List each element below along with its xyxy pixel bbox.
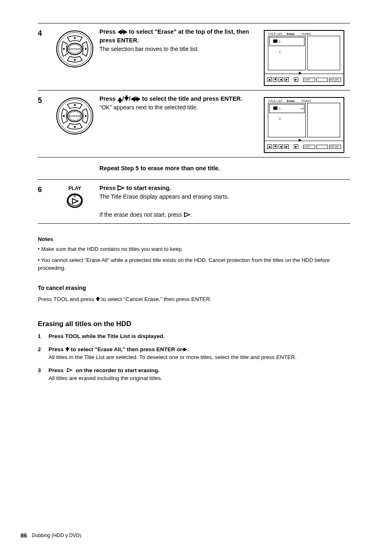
tv-item: 1: [279, 107, 281, 110]
repeat-text: Repeat Step 5 to erase more than one tit…: [99, 164, 260, 173]
page-number: 86: [21, 532, 27, 539]
arrow-left-icon: [118, 30, 122, 35]
text: Press TOOL and press: [38, 296, 96, 302]
tv-ok: OK: [300, 107, 304, 110]
notes-heading: Notes: [38, 235, 350, 243]
text: .: [191, 211, 193, 218]
tv-screen: TITLE LIST Erase Protect 1 2: [264, 30, 344, 86]
tv-title: TITLE LIST: [268, 100, 283, 102]
step-5: 5 ENTER Press /// to select the title an: [38, 90, 350, 157]
note-item: • You cannot select "Erase All" while a …: [38, 257, 350, 272]
text: .: [187, 346, 189, 352]
svg-point-19: [68, 195, 81, 206]
mini-step-2: 2 Press to select "Erase All," then pres…: [38, 345, 350, 361]
footer-text: Dubbing (HDD y DVD): [32, 533, 81, 538]
text: Press: [99, 185, 118, 191]
mini-sub: All titles in the Title List are selecte…: [48, 353, 350, 361]
notes-section: Notes • Make sure that the HDD contains …: [38, 224, 350, 382]
svg-text:ENTER: ENTER: [69, 114, 80, 118]
mini-num: 1: [38, 332, 48, 341]
tv-protect: Protect: [302, 32, 311, 35]
repeat-note: Repeat Step 5 to erase more than one tit…: [38, 158, 350, 179]
text: If the erase does not start, press: [99, 211, 184, 218]
play-label: PLAY: [69, 185, 81, 191]
step-number: 5: [38, 95, 50, 105]
tv-bottom-bar: SORT RETURN: [265, 141, 344, 152]
tv-item: 1: [279, 40, 281, 43]
mini-num: 2: [38, 345, 48, 361]
step-5-tv: TITLE LIST Erase Protect 1 OK 2: [264, 95, 350, 153]
step-4-tv: TITLE LIST Erase Protect 1 2: [264, 28, 350, 86]
text: Press: [48, 367, 65, 373]
mini-step-3: 3 Press on the recorder to start erasing…: [38, 366, 350, 382]
erase-all-heading: Erasing all titles on the HDD: [38, 319, 350, 329]
step-4-icon: ENTER: [50, 28, 99, 69]
arrow-down-icon: [124, 97, 129, 101]
play-button-icon: [65, 192, 85, 209]
tv-title: TITLE LIST: [268, 32, 283, 35]
arrow-up-icon: [118, 97, 122, 101]
step-4: 4 ENTER Press / to select "Erase" at the: [38, 23, 350, 90]
tv-item: 2: [279, 50, 281, 53]
arrow-down-icon: [65, 348, 69, 352]
dpad-enter-icon: ENTER: [55, 29, 95, 69]
play-icon: [118, 185, 125, 191]
arrow-right-icon: [123, 30, 127, 35]
step-6-body: Press to start erasing. The Title Erase …: [99, 184, 264, 219]
mini-sub: All titles are erased including the orig…: [48, 374, 350, 382]
text: Press: [48, 346, 65, 352]
mini-step-1: 1 Press TOOL while the Title List is dis…: [38, 332, 350, 341]
play-icon: [184, 212, 191, 218]
step-4-sub: The selection bar moves to the title lis…: [99, 45, 260, 53]
tv-protect: Protect: [302, 100, 311, 102]
step-4-body: Press / to select "Erase" at the top of …: [99, 28, 264, 53]
text: Press: [99, 95, 118, 102]
svg-text:ENTER: ENTER: [69, 47, 80, 51]
arrow-left-icon: [131, 97, 135, 102]
text: to select "Erase All," then press ENTER …: [69, 346, 184, 352]
play-icon: [67, 368, 73, 373]
step-number: 4: [38, 28, 50, 38]
tv-item: 2: [279, 117, 281, 120]
tv-erase: Erase: [287, 32, 295, 35]
step-6-sub: The Title Erase display appears and eras…: [99, 192, 260, 201]
arrow-down-icon: [96, 298, 100, 301]
text: Press: [99, 28, 118, 35]
mini-text: Press TOOL while the Title List is displ…: [48, 333, 165, 339]
tv-erase: Erase: [287, 100, 295, 102]
text: to select the title and press ENTER.: [141, 95, 242, 102]
tv-bottom-bar: SORT RETURN: [265, 74, 344, 85]
mini-num: 3: [38, 366, 48, 382]
cancel-heading: To cancel erasing: [38, 284, 350, 292]
text: on the recorder to start erasing.: [74, 367, 160, 373]
step-number: 6: [38, 184, 50, 194]
step-6-icon: PLAY: [50, 184, 99, 209]
dpad-enter-icon: ENTER: [55, 96, 95, 136]
step-5-sub: "OK" appears next to the selected title.: [99, 103, 260, 111]
note-item: • Make sure that the HDD contains no tit…: [38, 246, 350, 253]
step-5-body: Press /// to select the title and press …: [99, 95, 264, 111]
text: to select "Cancel Erase," then press ENT…: [100, 296, 212, 302]
text: to start erasing.: [127, 185, 171, 191]
arrow-right-icon: [184, 348, 187, 352]
step-5-icon: ENTER: [50, 95, 99, 136]
step-6: 6 PLAY Press to start erasing. The Title…: [38, 180, 350, 223]
page-footer: 86 Dubbing (HDD y DVD): [21, 532, 81, 539]
tv-screen: TITLE LIST Erase Protect 1 OK 2: [264, 97, 344, 153]
arrow-right-icon: [136, 97, 141, 102]
